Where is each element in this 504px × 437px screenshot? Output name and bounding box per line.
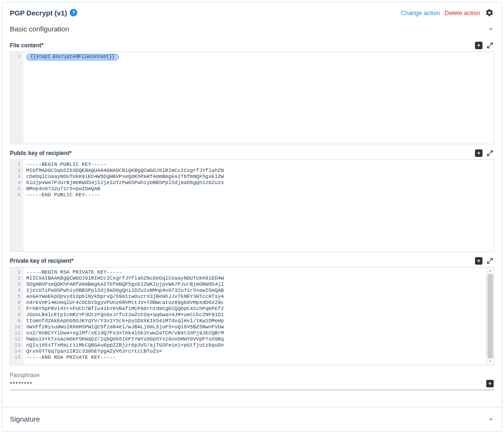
private-key-editor[interactable]: 123456789101112131415 -----BEGIN RSA PRI… bbox=[10, 267, 494, 365]
expand-icon[interactable] bbox=[486, 41, 494, 50]
scroll-up-arrow[interactable]: ▴ bbox=[487, 267, 494, 274]
signature-label: Signature bbox=[10, 415, 40, 423]
insert-token-button[interactable]: + bbox=[475, 41, 483, 50]
delete-action-link[interactable]: Delete action bbox=[445, 9, 480, 16]
expand-icon[interactable] bbox=[486, 149, 494, 157]
passphrase-label: Passphrase bbox=[10, 372, 494, 378]
public-key-field: Public key of recipient* + 123456 -----B… bbox=[10, 149, 494, 252]
title-text: PGP Decrypt (v1) bbox=[10, 9, 67, 17]
public-key-lines: -----BEGIN PUBLIC KEY-----MIGfMA0GCSqGSI… bbox=[23, 160, 494, 252]
basic-config-body: File content* + 1 {{step2.EncryptedFileC… bbox=[2, 41, 502, 394]
vertical-scrollbar[interactable]: ▴ ▾ bbox=[486, 267, 494, 365]
file-content-editor[interactable]: 1 {{step2.EncryptedFileContent}} bbox=[10, 52, 494, 144]
signature-section-header[interactable]: Signature bbox=[2, 407, 502, 431]
token-chip[interactable]: {{step2.EncryptedFileContent}} bbox=[26, 54, 119, 60]
public-key-label: Public key of recipient* bbox=[10, 150, 72, 156]
change-action-link[interactable]: Change action bbox=[401, 9, 440, 16]
scroll-track[interactable] bbox=[487, 274, 494, 358]
passphrase-field: Passphrase ******** + bbox=[10, 372, 494, 390]
private-key-field: Private key of recipient* + 123456789101… bbox=[10, 257, 494, 365]
expand-icon[interactable] bbox=[486, 257, 494, 265]
scroll-down-arrow[interactable]: ▾ bbox=[487, 358, 494, 365]
public-key-editor[interactable]: 123456 -----BEGIN PUBLIC KEY-----MIGfMA0… bbox=[10, 159, 494, 252]
scroll-thumb[interactable] bbox=[488, 274, 493, 358]
card-title: PGP Decrypt (v1) ? bbox=[10, 9, 77, 17]
passphrase-input[interactable]: ******** bbox=[10, 380, 32, 387]
card-header: PGP Decrypt (v1) ? Change action Delete … bbox=[2, 2, 502, 20]
chevron-up-icon bbox=[488, 26, 494, 32]
gear-icon[interactable] bbox=[485, 8, 494, 17]
insert-token-button[interactable]: + bbox=[475, 257, 483, 265]
file-content-field: File content* + 1 {{step2.EncryptedFileC… bbox=[10, 41, 494, 144]
chevron-down-icon bbox=[488, 416, 494, 422]
file-content-lines: {{step2.EncryptedFileContent}} bbox=[23, 52, 494, 144]
action-card: PGP Decrypt (v1) ? Change action Delete … bbox=[2, 2, 502, 432]
private-key-lines: -----BEGIN RSA PRIVATE KEY-----MIICXAIBA… bbox=[23, 267, 494, 365]
basic-config-section-header[interactable]: Basic configuration bbox=[2, 20, 502, 37]
insert-token-button[interactable]: + bbox=[475, 149, 483, 157]
editor-gutter: 123456 bbox=[10, 160, 23, 252]
private-key-label: Private key of recipient* bbox=[10, 258, 73, 264]
editor-gutter: 123456789101112131415 bbox=[10, 267, 23, 365]
file-content-label: File content* bbox=[10, 42, 44, 49]
insert-token-button[interactable]: + bbox=[486, 379, 494, 388]
help-icon[interactable]: ? bbox=[70, 9, 77, 16]
basic-config-label: Basic configuration bbox=[10, 25, 69, 33]
editor-gutter: 1 bbox=[10, 52, 23, 144]
